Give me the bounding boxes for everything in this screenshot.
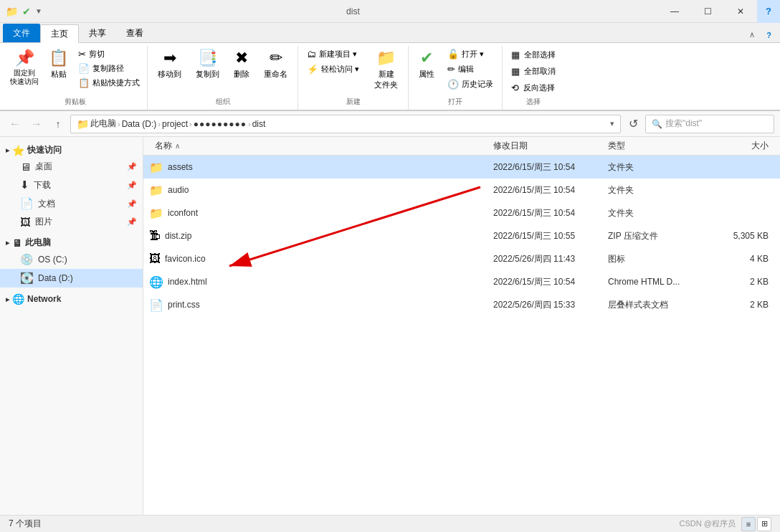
invert-selection-button[interactable]: ⟲ 反向选择 — [507, 80, 560, 95]
dropdown-arrow-icon[interactable]: ▼ — [35, 7, 42, 15]
network-header[interactable]: ▸ 🌐 Network — [0, 288, 143, 308]
path-part-3: project — [162, 119, 188, 129]
drive-d-icon: 💽 — [20, 272, 34, 285]
move-icon: ➡ — [163, 49, 176, 67]
edit-button[interactable]: ✏ 编辑 — [443, 62, 498, 76]
history-button[interactable]: 🕐 历史记录 — [443, 77, 498, 91]
file-row-audio[interactable]: 📁 audio 2022/6/15/周三 10:54 文件夹 — [143, 179, 780, 201]
file-row-assets[interactable]: 📁 assets 2022/6/15/周三 10:54 文件夹 — [143, 156, 780, 179]
item-count: 7 个项目 — [9, 518, 42, 530]
sidebar-item-documents[interactable]: 📄 文档 📌 — [0, 194, 143, 213]
rename-button[interactable]: ✏ 重命名 — [258, 46, 293, 82]
pin-icon: 📌 — [15, 49, 34, 67]
tab-home[interactable]: 主页 — [40, 24, 79, 43]
back-button[interactable]: ← — [6, 115, 24, 133]
minimize-button[interactable]: — — [658, 0, 691, 23]
this-pc-header[interactable]: ▸ 🖥 此电脑 — [0, 231, 143, 250]
pin-indicator: 📌 — [127, 162, 137, 171]
paste-button[interactable]: 📋 粘贴 — [44, 46, 72, 82]
copy-to-button[interactable]: 📑 复制到 — [190, 46, 225, 82]
up-button[interactable]: ↑ — [49, 115, 67, 133]
window-title: dist — [48, 6, 658, 16]
select-none-icon: ▦ — [511, 66, 520, 77]
close-button[interactable]: ✕ — [724, 0, 757, 23]
properties-button[interactable]: ✔ 属性 — [413, 46, 440, 82]
invert-icon: ⟲ — [511, 82, 519, 93]
new-group-label: 新建 — [303, 95, 404, 108]
help-ribbon-button[interactable]: ? — [761, 28, 777, 42]
tab-view[interactable]: 查看 — [116, 24, 153, 42]
select-none-button[interactable]: ▦ 全部取消 — [507, 64, 560, 79]
css-icon: 📄 — [149, 298, 163, 312]
refresh-button[interactable]: ↺ — [624, 115, 642, 133]
new-folder-button[interactable]: 📁 新建文件夹 — [368, 46, 404, 93]
desktop-label: 桌面 — [35, 161, 52, 173]
paste-shortcut-icon: 📋 — [78, 77, 90, 88]
pin-indicator4: 📌 — [127, 217, 137, 227]
open-group-label: 打开 — [413, 95, 498, 108]
sidebar-item-c-drive[interactable]: 💿 OS (C:) — [0, 250, 143, 269]
path-dropdown-icon[interactable]: ▾ — [610, 119, 614, 128]
drive-c-label: OS (C:) — [38, 255, 67, 265]
file-type-printcss: 层叠样式表文档 — [602, 299, 703, 311]
folder-icon-assets: 📁 — [149, 161, 163, 174]
help-button[interactable]: ? — [757, 0, 780, 23]
file-type-audio: 文件夹 — [602, 184, 703, 196]
open-icon: 🔓 — [447, 49, 459, 60]
sort-arrow-icon: ∧ — [175, 142, 180, 150]
pictures-label: 图片 — [35, 216, 52, 228]
chevron-right-icon2: ▸ — [6, 239, 9, 247]
delete-icon: ✖ — [235, 49, 248, 67]
open-button[interactable]: 🔓 打开 ▾ — [443, 47, 498, 61]
path-part-1: 此电脑 — [90, 118, 116, 130]
sidebar-item-desktop[interactable]: 🖥 桌面 📌 — [0, 158, 143, 176]
file-row-indexhtml[interactable]: 🌐 index.html 2022/6/15/周三 10:54 Chrome H… — [143, 270, 780, 293]
file-row-iconfont[interactable]: 📁 iconfont 2022/6/15/周三 10:54 文件夹 — [143, 201, 780, 224]
copy-path-icon: 📄 — [78, 63, 90, 74]
select-all-button[interactable]: ▦ 全部选择 — [507, 47, 560, 62]
documents-label: 文档 — [38, 198, 55, 210]
col-header-name[interactable]: 名称 ∧ — [149, 137, 488, 155]
address-bar[interactable]: 📁 此电脑 › Data (D:) › project › ●●●●●●●●● … — [70, 115, 621, 133]
forward-button[interactable]: → — [27, 115, 46, 133]
file-name-printcss: print.css — [168, 300, 200, 310]
quick-access-header[interactable]: ▸ ⭐ 快速访问 — [0, 140, 143, 158]
col-header-size[interactable]: 大小 — [703, 137, 774, 155]
easy-access-button[interactable]: ⚡ 轻松访问 ▾ — [303, 62, 367, 76]
copy-path-button[interactable]: 📄 复制路径 — [74, 62, 144, 75]
organize-group-label: 组织 — [152, 95, 293, 108]
new-item-icon: 🗂 — [307, 49, 316, 60]
tab-share[interactable]: 共享 — [79, 24, 116, 42]
file-name-favicon: favicon.ico — [165, 254, 206, 264]
view-grid-button[interactable]: ⊞ — [757, 517, 771, 531]
tab-file[interactable]: 文件 — [3, 24, 40, 42]
pin-quick-access-button[interactable]: 📌 固定到快速访问 — [6, 46, 43, 89]
sidebar-item-d-drive[interactable]: 💽 Data (D:) — [0, 269, 143, 288]
file-size-indexhtml: 2 KB — [703, 277, 774, 287]
view-list-button[interactable]: ≡ — [741, 517, 756, 531]
checkmark-icon: ✔ — [22, 6, 31, 17]
col-header-date[interactable]: 修改日期 — [488, 137, 602, 155]
new-item-button[interactable]: 🗂 新建项目 ▾ — [303, 47, 367, 61]
star-icon: ⭐ — [12, 145, 24, 156]
maximize-button[interactable]: ☐ — [691, 0, 724, 23]
paste-icon: 📋 — [49, 49, 68, 67]
delete-button[interactable]: ✖ 删除 — [228, 46, 255, 82]
cut-button[interactable]: ✂ 剪切 — [74, 47, 144, 61]
new-folder-icon: 📁 — [376, 49, 396, 67]
search-box[interactable]: 🔍 搜索"dist" — [645, 115, 774, 133]
pictures-icon: 🖼 — [20, 216, 31, 228]
downloads-label: 下载 — [34, 179, 51, 191]
copy-to-icon: 📑 — [198, 49, 217, 67]
file-row-printcss[interactable]: 📄 print.css 2022/5/26/周四 15:33 层叠样式表文档 2… — [143, 293, 780, 316]
file-row-favicon[interactable]: 🖼 favicon.ico 2022/5/26/周四 11:43 图标 4 KB — [143, 247, 780, 270]
move-to-button[interactable]: ➡ 移动到 — [152, 46, 187, 82]
cut-icon: ✂ — [78, 49, 86, 60]
ribbon-collapse-button[interactable]: ∧ — [743, 27, 761, 42]
desktop-icon: 🖥 — [20, 161, 31, 173]
sidebar-item-downloads[interactable]: ⬇ 下载 📌 — [0, 176, 143, 194]
paste-shortcut-button[interactable]: 📋 粘贴快捷方式 — [74, 76, 144, 90]
col-header-type[interactable]: 类型 — [602, 137, 703, 155]
sidebar-item-pictures[interactable]: 🖼 图片 📌 — [0, 213, 143, 231]
file-row-distzip[interactable]: 🗜 dist.zip 2022/6/15/周三 10:55 ZIP 压缩文件 5… — [143, 224, 780, 247]
